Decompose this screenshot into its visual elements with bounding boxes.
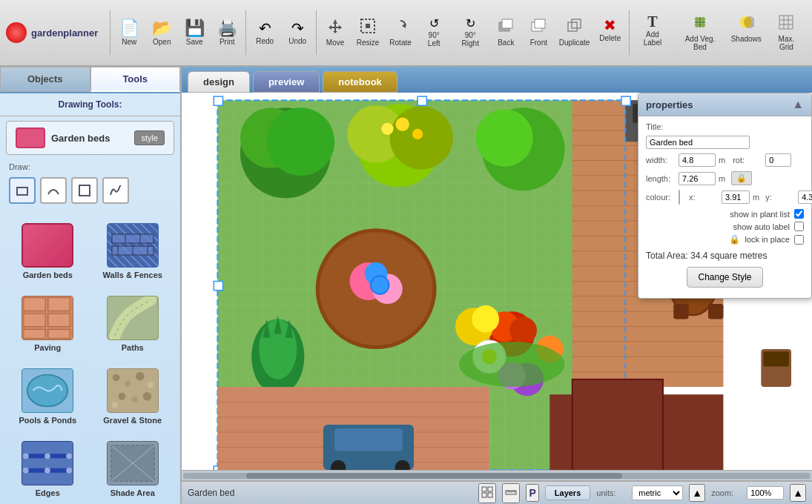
rotate-button[interactable]: Rotate <box>385 14 416 51</box>
x-input[interactable] <box>722 190 750 204</box>
canvas-area: design preview notebook <box>182 67 812 504</box>
lock-checkbox[interactable] <box>794 235 804 245</box>
point-icon-btn[interactable]: P <box>526 484 538 502</box>
history-tools: ↶Redo ↷Undo <box>249 17 313 49</box>
zoom-input[interactable] <box>747 486 784 500</box>
lock-icon: 🔒 <box>729 234 740 245</box>
tab-objects[interactable]: Objects <box>0 67 90 92</box>
svg-marker-0 <box>329 19 342 33</box>
x-unit: m <box>753 193 759 202</box>
shade-area-icon <box>107 441 159 485</box>
status-text: Garden bed <box>188 488 472 498</box>
units-select[interactable]: metric imperial <box>632 485 683 500</box>
svg-point-99 <box>396 118 409 131</box>
garden-bed-label: Garden beds <box>51 133 128 144</box>
draw-freehand-tool[interactable] <box>102 177 129 204</box>
paths-icon <box>107 296 159 340</box>
change-style-button[interactable]: Change Style <box>687 267 762 288</box>
svg-point-13 <box>701 17 705 21</box>
tool-item-shade-area[interactable]: Shade Area <box>94 437 172 502</box>
show-plant-list-label: show in plant list <box>730 210 790 219</box>
svg-rect-34 <box>48 298 70 311</box>
tool-item-edges[interactable]: Edges <box>9 437 87 502</box>
width-input[interactable] <box>679 153 716 167</box>
new-button[interactable]: 📄New <box>113 16 145 50</box>
svg-rect-25 <box>112 234 154 243</box>
app-title: gardenplanner <box>31 27 98 39</box>
svg-rect-107 <box>214 96 222 105</box>
duplicate-button[interactable]: Duplicate <box>555 14 593 51</box>
svg-rect-36 <box>48 314 70 326</box>
draw-polygon-tool[interactable] <box>71 177 98 204</box>
svg-rect-5 <box>502 19 512 28</box>
tool-item-gravel-stone[interactable]: Gravel & Stone <box>94 364 172 429</box>
paving-icon <box>22 296 73 340</box>
tool-item-walls-fences[interactable]: Walls & Fences <box>94 219 172 284</box>
svg-point-43 <box>113 374 120 382</box>
redo-button[interactable]: ↶Redo <box>249 17 280 49</box>
toolbar-sep-3 <box>316 10 317 55</box>
edges-icon <box>22 441 73 485</box>
tool-item-paving[interactable]: Paving <box>9 291 87 357</box>
add-veg-bed-button[interactable]: Add Veg. Bed <box>674 10 725 55</box>
front-button[interactable]: Front <box>523 14 554 51</box>
layers-button[interactable]: Layers <box>545 485 590 500</box>
tab-tools[interactable]: Tools <box>90 67 181 92</box>
svg-rect-108 <box>417 96 426 105</box>
zoom-up-btn[interactable]: ▲ <box>790 484 806 502</box>
svg-rect-2 <box>366 24 370 28</box>
scroll-thumb[interactable] <box>246 473 623 479</box>
add-label-button[interactable]: TAdd Label <box>633 10 673 55</box>
rot-input[interactable] <box>765 153 791 167</box>
ruler-icon-btn[interactable] <box>502 483 520 503</box>
svg-point-135 <box>459 342 565 387</box>
move-button[interactable]: Move <box>320 14 351 51</box>
resize-button[interactable]: Resize <box>352 14 383 51</box>
back-button[interactable]: Back <box>490 14 521 51</box>
tab-design[interactable]: design <box>188 71 250 93</box>
width-label: width: <box>646 156 676 165</box>
show-plant-list-checkbox[interactable] <box>794 209 804 219</box>
svg-rect-88 <box>673 304 688 319</box>
tool-item-garden-beds[interactable]: Garden beds <box>9 219 87 284</box>
svg-point-94 <box>267 107 335 176</box>
grid-icon-btn[interactable] <box>478 483 496 503</box>
tool-item-paths[interactable]: Paths <box>94 291 172 357</box>
edges-label: Edges <box>36 488 60 497</box>
properties-collapse-btn[interactable]: ▲ <box>792 98 804 111</box>
y-input[interactable] <box>798 190 812 204</box>
delete-button[interactable]: ✖Delete <box>595 14 626 51</box>
properties-panel: properties ▲ Title: width: m rot: <box>638 93 812 299</box>
shadows-button[interactable]: Shadows <box>727 10 765 55</box>
open-button[interactable]: 📂Open <box>146 16 177 50</box>
title-input[interactable] <box>646 136 750 149</box>
svg-point-102 <box>475 109 532 166</box>
draw-curve-tool[interactable] <box>40 177 67 204</box>
show-auto-label-label: show auto label <box>733 222 790 231</box>
horizontal-scrollbar[interactable] <box>182 470 812 480</box>
rot-label: rot: <box>733 156 762 165</box>
90right-button[interactable]: ↻90° Right <box>452 14 489 51</box>
width-unit: m <box>719 156 725 165</box>
colour-swatch[interactable] <box>679 190 680 205</box>
tab-preview[interactable]: preview <box>253 71 320 93</box>
length-input[interactable] <box>679 172 716 185</box>
style-button[interactable]: style <box>134 130 165 145</box>
units-up-btn[interactable]: ▲ <box>689 484 705 502</box>
90left-button[interactable]: ↺90° Left <box>417 14 450 51</box>
tab-notebook[interactable]: notebook <box>323 71 397 93</box>
svg-rect-24 <box>79 185 90 196</box>
length-lock-btn[interactable]: 🔒 <box>731 171 752 185</box>
shade-area-label: Shade Area <box>110 488 155 497</box>
undo-button[interactable]: ↷Undo <box>282 17 313 49</box>
width-rot-row: width: m rot: <box>646 153 804 167</box>
svg-rect-148 <box>482 487 486 491</box>
garden-beds-label: Garden beds <box>23 271 73 279</box>
draw-rect-tool[interactable] <box>9 177 36 204</box>
svg-rect-109 <box>621 96 630 105</box>
show-auto-label-checkbox[interactable] <box>794 222 804 231</box>
save-button[interactable]: 💾Save <box>179 16 210 50</box>
print-button[interactable]: 🖨️Print <box>211 16 242 50</box>
max-grid-button[interactable]: Max. Grid <box>767 10 806 55</box>
tool-item-pools-ponds[interactable]: Pools & Ponds <box>9 364 87 429</box>
